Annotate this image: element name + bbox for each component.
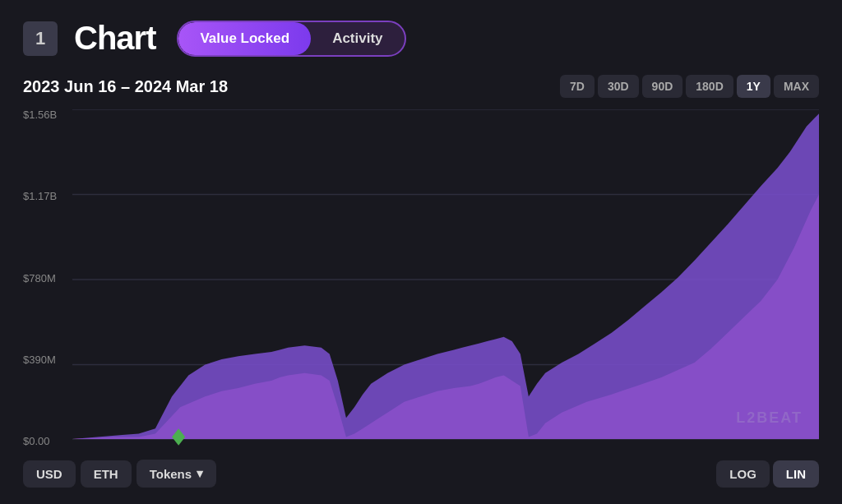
usd-button[interactable]: USD <box>23 460 76 488</box>
y-label-4: $390M <box>23 354 72 365</box>
bottom-row: USD ETH Tokens ▾ LOG LIN <box>23 460 819 488</box>
chart-svg <box>72 109 819 450</box>
y-axis: $1.56B $1.17B $780M $390M $0.00 <box>23 109 72 450</box>
eth-button[interactable]: ETH <box>81 460 132 488</box>
header-row: 1 Chart Value Locked Activity <box>23 20 819 57</box>
bottom-right: LOG LIN <box>716 460 819 488</box>
date-range: 2023 Jun 16 – 2024 Mar 18 <box>23 77 228 96</box>
chart-area: $1.56B $1.17B $780M $390M $0.00 L2B <box>23 109 819 450</box>
bottom-left: USD ETH Tokens ▾ <box>23 460 216 488</box>
tab-group: Value Locked Activity <box>177 21 405 57</box>
chart-canvas: L2BEAT <box>72 109 819 450</box>
tab-value-locked[interactable]: Value Locked <box>178 22 311 55</box>
range-90d[interactable]: 90D <box>642 75 683 98</box>
range-buttons: 7D 30D 90D 180D 1Y MAX <box>560 75 819 98</box>
range-180d[interactable]: 180D <box>686 75 733 98</box>
controls-row: 2023 Jun 16 – 2024 Mar 18 7D 30D 90D 180… <box>23 75 819 98</box>
range-max[interactable]: MAX <box>774 75 819 98</box>
chart-title: Chart <box>74 20 155 57</box>
y-label-3: $780M <box>23 273 72 284</box>
y-label-2: $1.17B <box>23 191 72 201</box>
log-button[interactable]: LOG <box>716 460 770 488</box>
chevron-down-icon: ▾ <box>197 466 203 481</box>
tokens-dropdown[interactable]: Tokens ▾ <box>136 460 216 488</box>
y-label-bottom: $0.00 <box>23 436 72 446</box>
tokens-label: Tokens <box>150 467 192 481</box>
y-label-top: $1.56B <box>23 109 72 120</box>
chart-number: 1 <box>23 21 58 56</box>
lin-button[interactable]: LIN <box>773 460 819 488</box>
range-1y[interactable]: 1Y <box>737 75 770 98</box>
range-30d[interactable]: 30D <box>598 75 639 98</box>
tab-activity[interactable]: Activity <box>311 22 404 55</box>
main-container: 1 Chart Value Locked Activity 2023 Jun 1… <box>0 0 842 504</box>
range-7d[interactable]: 7D <box>560 75 594 98</box>
